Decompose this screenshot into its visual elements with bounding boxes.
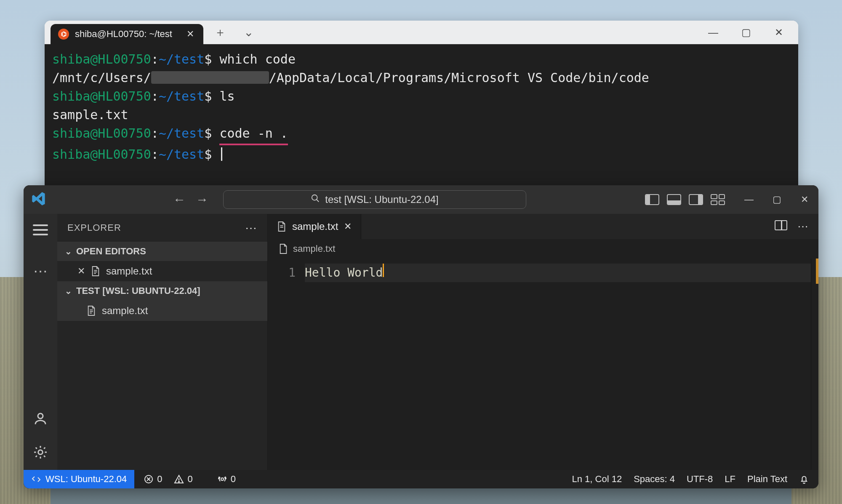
editor-area: sample.txt ✕ ⋯ sample.txt 1 He bbox=[268, 214, 818, 470]
hamburger-icon bbox=[33, 224, 48, 235]
close-tab-icon[interactable]: ✕ bbox=[344, 221, 352, 232]
editor-body[interactable]: 1 Hello World bbox=[268, 259, 818, 470]
terminal-output: sample.txt bbox=[52, 107, 128, 122]
file-icon bbox=[277, 221, 286, 232]
bell-icon bbox=[799, 474, 809, 484]
open-editors-section[interactable]: ⌄ OPEN EDITORS bbox=[57, 242, 267, 261]
search-placeholder: test [WSL: Ubuntu-22.04] bbox=[325, 194, 438, 205]
open-editor-item[interactable]: ✕ sample.txt bbox=[57, 261, 267, 281]
minimize-button[interactable]: — bbox=[706, 27, 721, 38]
explorer-panel: EXPLORER ⋯ ⌄ OPEN EDITORS ✕ sample.txt ⌄… bbox=[57, 214, 268, 470]
ports-icon bbox=[217, 474, 227, 484]
terminal-command-highlighted: code -n . bbox=[219, 124, 288, 145]
close-editor-icon[interactable]: ✕ bbox=[77, 266, 85, 277]
explorer-more-icon[interactable]: ⋯ bbox=[245, 221, 257, 235]
terminal-command: ls bbox=[219, 89, 234, 104]
breadcrumb[interactable]: sample.txt bbox=[268, 239, 818, 259]
vscode-window: ← → test [WSL: Ubuntu-22.04] — ▢ ✕ ⋯ bbox=[24, 185, 818, 488]
indentation-status[interactable]: Spaces: 4 bbox=[634, 474, 675, 485]
prompt-path: ~/test bbox=[159, 89, 204, 104]
split-editor-icon[interactable] bbox=[775, 220, 787, 230]
status-bar: WSL: Ubuntu-22.04 0 0 0 Ln 1, Col 12 Spa… bbox=[24, 470, 818, 488]
toggle-primary-sidebar-icon[interactable] bbox=[645, 194, 659, 205]
file-icon bbox=[279, 243, 288, 254]
remote-icon bbox=[31, 474, 41, 484]
accounts-button[interactable] bbox=[31, 410, 50, 427]
warnings-indicator[interactable]: 0 bbox=[174, 474, 192, 485]
settings-gear-button[interactable] bbox=[31, 444, 50, 461]
open-editors-label: OPEN EDITORS bbox=[76, 246, 146, 257]
remote-indicator[interactable]: WSL: Ubuntu-22.04 bbox=[24, 470, 134, 488]
terminal-tab[interactable]: ⌬ shiba@HL00750: ~/test ✕ bbox=[51, 24, 203, 44]
explorer-title: EXPLORER bbox=[67, 222, 121, 233]
code-line: Hello World bbox=[305, 264, 383, 282]
editor-tab-label: sample.txt bbox=[292, 221, 338, 232]
prompt-user: shiba@HL00750 bbox=[52, 52, 151, 67]
svg-point-0 bbox=[312, 195, 317, 200]
warnings-count: 0 bbox=[187, 474, 192, 485]
svg-point-17 bbox=[221, 478, 224, 480]
customize-layout-icon[interactable] bbox=[711, 194, 725, 205]
editor-cursor bbox=[383, 264, 384, 277]
new-tab-button[interactable]: ＋ bbox=[212, 24, 229, 40]
search-icon bbox=[311, 194, 320, 205]
more-views-button[interactable]: ⋯ bbox=[31, 263, 50, 280]
ports-indicator[interactable]: 0 bbox=[217, 474, 236, 485]
workspace-label: TEST [WSL: UBUNTU-22.04] bbox=[76, 285, 200, 296]
close-window-button[interactable]: ✕ bbox=[771, 27, 786, 38]
cursor-position[interactable]: Ln 1, Col 12 bbox=[572, 474, 622, 485]
command-center-search[interactable]: test [WSL: Ubuntu-22.04] bbox=[223, 190, 526, 209]
ubuntu-icon: ⌬ bbox=[58, 29, 69, 40]
maximize-button[interactable]: ▢ bbox=[770, 194, 783, 205]
breadcrumb-label: sample.txt bbox=[293, 243, 335, 254]
code-content[interactable]: Hello World bbox=[305, 259, 811, 470]
terminal-tab-actions: ＋ ⌄ bbox=[212, 21, 257, 44]
close-tab-icon[interactable]: ✕ bbox=[187, 29, 194, 40]
prompt-user: shiba@HL00750 bbox=[52, 147, 151, 162]
editor-tab[interactable]: sample.txt ✕ bbox=[268, 214, 361, 239]
close-window-button[interactable]: ✕ bbox=[798, 194, 811, 205]
svg-point-3 bbox=[38, 450, 43, 455]
notifications-button[interactable] bbox=[799, 474, 809, 484]
vscode-titlebar: ← → test [WSL: Ubuntu-22.04] — ▢ ✕ bbox=[24, 185, 818, 214]
file-icon bbox=[87, 305, 96, 316]
line-number: 1 bbox=[268, 264, 296, 282]
explorer-header: EXPLORER ⋯ bbox=[57, 214, 267, 242]
svg-line-1 bbox=[317, 200, 319, 202]
vscode-window-controls: — ▢ ✕ bbox=[743, 194, 811, 205]
tab-dropdown-button[interactable]: ⌄ bbox=[240, 25, 257, 39]
nav-back-button[interactable]: ← bbox=[170, 190, 189, 209]
svg-point-2 bbox=[38, 413, 43, 419]
chevron-down-icon: ⌄ bbox=[65, 286, 72, 296]
prompt-path: ~/test bbox=[159, 147, 204, 162]
prompt-user: shiba@HL00750 bbox=[52, 89, 151, 104]
editor-tab-actions: ⋯ bbox=[775, 220, 818, 233]
eol-status[interactable]: LF bbox=[725, 474, 735, 485]
ports-count: 0 bbox=[231, 474, 236, 485]
workspace-file-item[interactable]: sample.txt bbox=[57, 301, 267, 321]
maximize-button[interactable]: ▢ bbox=[738, 27, 754, 38]
errors-indicator[interactable]: 0 bbox=[144, 474, 162, 485]
toggle-panel-icon[interactable] bbox=[667, 194, 681, 205]
terminal-window-controls: — ▢ ✕ bbox=[706, 21, 798, 44]
svg-point-16 bbox=[179, 481, 179, 482]
prompt-user: shiba@HL00750 bbox=[52, 126, 151, 141]
prompt-path: ~/test bbox=[159, 126, 204, 141]
line-gutter: 1 bbox=[268, 259, 305, 470]
editor-more-icon[interactable]: ⋯ bbox=[797, 220, 808, 233]
minimap[interactable] bbox=[811, 259, 818, 470]
terminal-tab-title: shiba@HL00750: ~/test bbox=[75, 29, 172, 40]
terminal-output: /AppData/Local/Programs/Microsoft VS Cod… bbox=[269, 70, 649, 85]
language-mode[interactable]: Plain Text bbox=[747, 474, 787, 485]
chevron-down-icon: ⌄ bbox=[65, 246, 72, 256]
editor-tabbar: sample.txt ✕ ⋯ bbox=[268, 214, 818, 239]
nav-forward-button[interactable]: → bbox=[193, 190, 211, 209]
menu-button[interactable] bbox=[31, 221, 50, 238]
workspace-section[interactable]: ⌄ TEST [WSL: UBUNTU-22.04] bbox=[57, 281, 267, 301]
open-editor-filename: sample.txt bbox=[106, 265, 152, 277]
encoding-status[interactable]: UTF-8 bbox=[687, 474, 713, 485]
toggle-secondary-sidebar-icon[interactable] bbox=[689, 194, 703, 205]
minimize-button[interactable]: — bbox=[743, 194, 755, 205]
errors-count: 0 bbox=[157, 474, 162, 485]
file-icon bbox=[91, 266, 100, 277]
